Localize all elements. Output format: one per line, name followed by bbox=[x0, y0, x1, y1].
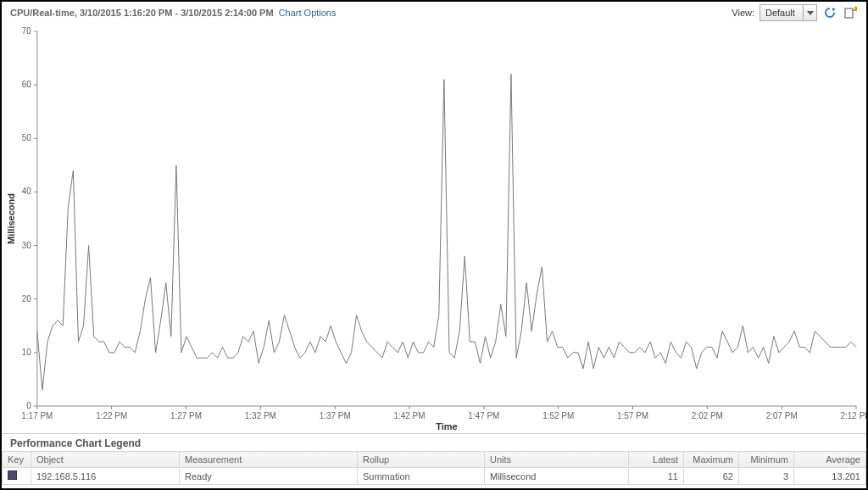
svg-text:1:52 PM: 1:52 PM bbox=[542, 411, 574, 420]
legend-minimum: 3 bbox=[739, 468, 794, 485]
svg-text:1:47 PM: 1:47 PM bbox=[468, 411, 499, 420]
svg-text:30: 30 bbox=[22, 241, 32, 250]
svg-text:40: 40 bbox=[22, 187, 32, 196]
col-maximum: Maximum bbox=[684, 452, 739, 468]
svg-text:1:22 PM: 1:22 PM bbox=[96, 411, 127, 420]
legend-rollup: Summation bbox=[358, 468, 485, 485]
svg-text:20: 20 bbox=[22, 294, 32, 303]
svg-text:10: 10 bbox=[22, 348, 32, 357]
legend-latest: 11 bbox=[629, 468, 684, 485]
legend-row[interactable]: 192.168.5.116 Ready Summation Millisecon… bbox=[3, 468, 866, 485]
svg-text:1:37 PM: 1:37 PM bbox=[320, 411, 351, 420]
chevron-down-icon bbox=[803, 5, 816, 20]
svg-text:1:32 PM: 1:32 PM bbox=[245, 411, 276, 420]
legend-header-row: Key Object Measurement Rollup Units Late… bbox=[3, 452, 866, 468]
svg-text:70: 70 bbox=[22, 26, 32, 36]
svg-text:1:17 PM: 1:17 PM bbox=[21, 411, 53, 420]
col-key: Key bbox=[3, 452, 31, 468]
view-selected-text: Default bbox=[760, 8, 803, 18]
chart-title: CPU/Real-time, 3/10/2015 1:16:20 PM - 3/… bbox=[10, 8, 274, 18]
col-object: Object bbox=[31, 452, 180, 468]
svg-text:2:07 PM: 2:07 PM bbox=[766, 411, 798, 420]
view-select[interactable]: Default bbox=[760, 4, 817, 21]
view-label: View: bbox=[732, 8, 754, 18]
legend-title: Performance Chart Legend bbox=[2, 434, 866, 451]
col-units: Units bbox=[485, 452, 629, 468]
legend-key-cell bbox=[3, 468, 31, 485]
legend-average: 13.201 bbox=[794, 468, 866, 485]
col-rollup: Rollup bbox=[358, 452, 485, 468]
svg-text:60: 60 bbox=[22, 80, 32, 89]
legend-measurement: Ready bbox=[180, 468, 358, 485]
topbar-right: View: Default bbox=[732, 4, 858, 21]
svg-rect-2 bbox=[845, 8, 853, 18]
export-icon[interactable] bbox=[843, 5, 858, 20]
svg-text:1:42 PM: 1:42 PM bbox=[393, 411, 425, 420]
col-latest: Latest bbox=[629, 452, 684, 468]
col-minimum: Minimum bbox=[739, 452, 794, 468]
topbar-left: CPU/Real-time, 3/10/2015 1:16:20 PM - 3/… bbox=[10, 8, 337, 18]
chart-area: 010203040506070Millisecond1:17 PM1:22 PM… bbox=[2, 23, 866, 433]
col-measurement: Measurement bbox=[180, 452, 358, 468]
svg-text:1:57 PM: 1:57 PM bbox=[617, 411, 648, 420]
legend-maximum: 62 bbox=[684, 468, 739, 485]
svg-text:Millisecond: Millisecond bbox=[6, 193, 16, 244]
chart-options-link[interactable]: Chart Options bbox=[279, 8, 337, 18]
col-average: Average bbox=[794, 452, 866, 468]
svg-text:2:02 PM: 2:02 PM bbox=[692, 411, 723, 420]
svg-marker-1 bbox=[832, 8, 836, 11]
svg-text:50: 50 bbox=[22, 133, 32, 142]
topbar: CPU/Real-time, 3/10/2015 1:16:20 PM - 3/… bbox=[2, 2, 866, 23]
svg-text:Time: Time bbox=[436, 421, 457, 432]
series-color-swatch bbox=[8, 471, 17, 480]
legend-table: Key Object Measurement Rollup Units Late… bbox=[2, 451, 866, 485]
svg-text:2:12 PM: 2:12 PM bbox=[841, 411, 866, 420]
svg-text:0: 0 bbox=[26, 401, 31, 410]
legend-object: 192.168.5.116 bbox=[31, 468, 180, 485]
svg-marker-0 bbox=[807, 11, 814, 15]
legend-units: Millisecond bbox=[485, 468, 629, 485]
legend-section: Performance Chart Legend Key Object Meas… bbox=[2, 433, 866, 485]
refresh-icon[interactable] bbox=[822, 5, 837, 20]
line-chart: 010203040506070Millisecond1:17 PM1:22 PM… bbox=[2, 23, 866, 433]
svg-text:1:27 PM: 1:27 PM bbox=[170, 411, 202, 420]
